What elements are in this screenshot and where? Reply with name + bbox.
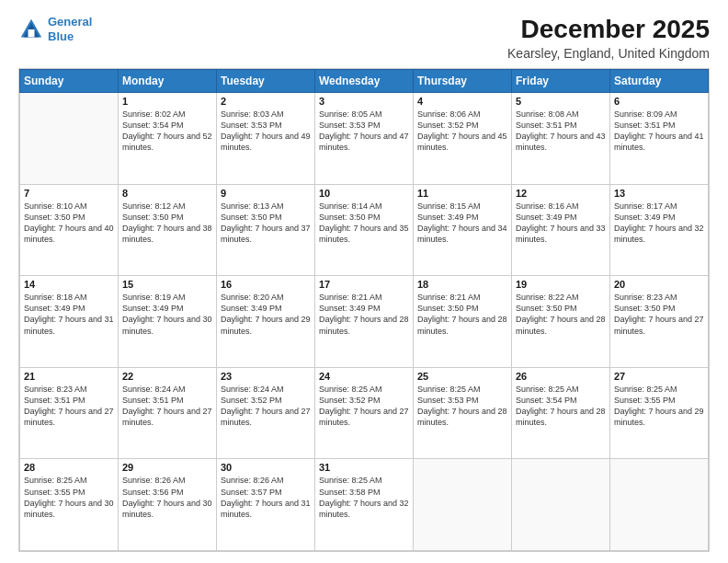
header-sunday: Sunday — [20, 70, 119, 93]
day-info: Sunrise: 8:26 AM Sunset: 3:57 PM Dayligh… — [221, 475, 311, 520]
calendar-cell — [512, 459, 610, 551]
calendar-cell: 7Sunrise: 8:10 AM Sunset: 3:50 PM Daylig… — [20, 184, 119, 276]
week-row-3: 21Sunrise: 8:23 AM Sunset: 3:51 PM Dayli… — [20, 367, 709, 459]
logo-line2: Blue — [48, 29, 74, 43]
calendar-cell: 11Sunrise: 8:15 AM Sunset: 3:49 PM Dayli… — [414, 184, 512, 276]
day-info: Sunrise: 8:25 AM Sunset: 3:52 PM Dayligh… — [319, 384, 409, 429]
day-number: 5 — [516, 96, 606, 107]
day-info: Sunrise: 8:22 AM Sunset: 3:50 PM Dayligh… — [516, 292, 606, 337]
day-number: 8 — [122, 188, 212, 199]
day-number: 7 — [24, 188, 114, 199]
day-info: Sunrise: 8:06 AM Sunset: 3:52 PM Dayligh… — [417, 109, 507, 154]
svg-rect-2 — [28, 29, 35, 37]
day-info: Sunrise: 8:03 AM Sunset: 3:53 PM Dayligh… — [221, 109, 311, 154]
day-number: 26 — [516, 371, 606, 382]
day-number: 11 — [417, 188, 507, 199]
page: General Blue December 2025 Kearsley, Eng… — [0, 0, 728, 563]
day-info: Sunrise: 8:23 AM Sunset: 3:50 PM Dayligh… — [614, 292, 704, 337]
day-info: Sunrise: 8:16 AM Sunset: 3:49 PM Dayligh… — [516, 201, 606, 246]
calendar-cell: 12Sunrise: 8:16 AM Sunset: 3:49 PM Dayli… — [512, 184, 610, 276]
calendar-cell: 5Sunrise: 8:08 AM Sunset: 3:51 PM Daylig… — [512, 93, 610, 185]
calendar-cell: 1Sunrise: 8:02 AM Sunset: 3:54 PM Daylig… — [119, 93, 217, 185]
main-title: December 2025 — [507, 15, 710, 44]
day-info: Sunrise: 8:09 AM Sunset: 3:51 PM Dayligh… — [614, 109, 704, 154]
calendar-cell: 17Sunrise: 8:21 AM Sunset: 3:49 PM Dayli… — [315, 276, 414, 368]
calendar-cell: 29Sunrise: 8:26 AM Sunset: 3:56 PM Dayli… — [119, 459, 217, 551]
subtitle: Kearsley, England, United Kingdom — [507, 46, 710, 61]
day-number: 15 — [122, 279, 212, 290]
header-tuesday: Tuesday — [217, 70, 315, 93]
calendar-cell: 25Sunrise: 8:25 AM Sunset: 3:53 PM Dayli… — [414, 367, 512, 459]
calendar-cell: 13Sunrise: 8:17 AM Sunset: 3:49 PM Dayli… — [610, 184, 709, 276]
day-number: 22 — [122, 371, 212, 382]
day-info: Sunrise: 8:15 AM Sunset: 3:49 PM Dayligh… — [417, 201, 507, 246]
day-number: 12 — [516, 188, 606, 199]
day-number: 29 — [122, 462, 212, 473]
header-thursday: Thursday — [414, 70, 512, 93]
calendar-cell: 19Sunrise: 8:22 AM Sunset: 3:50 PM Dayli… — [512, 276, 610, 368]
day-number: 23 — [221, 371, 311, 382]
logo-icon — [18, 17, 44, 42]
calendar-cell: 27Sunrise: 8:25 AM Sunset: 3:55 PM Dayli… — [610, 367, 709, 459]
week-row-0: 1Sunrise: 8:02 AM Sunset: 3:54 PM Daylig… — [20, 93, 709, 185]
calendar-cell: 23Sunrise: 8:24 AM Sunset: 3:52 PM Dayli… — [217, 367, 315, 459]
day-info: Sunrise: 8:26 AM Sunset: 3:56 PM Dayligh… — [122, 475, 212, 520]
day-info: Sunrise: 8:17 AM Sunset: 3:49 PM Dayligh… — [614, 201, 704, 246]
logo-text: General Blue — [48, 15, 92, 43]
day-info: Sunrise: 8:08 AM Sunset: 3:51 PM Dayligh… — [516, 109, 606, 154]
calendar-cell: 22Sunrise: 8:24 AM Sunset: 3:51 PM Dayli… — [119, 367, 217, 459]
day-number: 9 — [221, 188, 311, 199]
day-info: Sunrise: 8:20 AM Sunset: 3:49 PM Dayligh… — [221, 292, 311, 337]
day-number: 2 — [221, 96, 311, 107]
day-number: 20 — [614, 279, 704, 290]
day-info: Sunrise: 8:10 AM Sunset: 3:50 PM Dayligh… — [24, 201, 114, 246]
calendar-cell: 2Sunrise: 8:03 AM Sunset: 3:53 PM Daylig… — [217, 93, 315, 185]
header-wednesday: Wednesday — [315, 70, 414, 93]
header-friday: Friday — [512, 70, 610, 93]
calendar-cell: 21Sunrise: 8:23 AM Sunset: 3:51 PM Dayli… — [20, 367, 119, 459]
day-number: 18 — [417, 279, 507, 290]
header: General Blue December 2025 Kearsley, Eng… — [18, 15, 710, 61]
day-info: Sunrise: 8:21 AM Sunset: 3:49 PM Dayligh… — [319, 292, 409, 337]
calendar-cell — [20, 93, 119, 185]
day-number: 6 — [614, 96, 704, 107]
calendar-cell: 18Sunrise: 8:21 AM Sunset: 3:50 PM Dayli… — [414, 276, 512, 368]
day-info: Sunrise: 8:12 AM Sunset: 3:50 PM Dayligh… — [122, 201, 212, 246]
logo: General Blue — [18, 15, 92, 43]
calendar-table: Sunday Monday Tuesday Wednesday Thursday… — [19, 69, 709, 551]
calendar-cell: 20Sunrise: 8:23 AM Sunset: 3:50 PM Dayli… — [610, 276, 709, 368]
calendar-cell: 9Sunrise: 8:13 AM Sunset: 3:50 PM Daylig… — [217, 184, 315, 276]
day-info: Sunrise: 8:25 AM Sunset: 3:58 PM Dayligh… — [319, 475, 409, 520]
day-number: 17 — [319, 279, 409, 290]
day-number: 1 — [122, 96, 212, 107]
calendar-header: Sunday Monday Tuesday Wednesday Thursday… — [20, 70, 709, 93]
calendar-cell: 31Sunrise: 8:25 AM Sunset: 3:58 PM Dayli… — [315, 459, 414, 551]
day-number: 28 — [24, 462, 114, 473]
day-number: 10 — [319, 188, 409, 199]
calendar-cell — [610, 459, 709, 551]
week-row-2: 14Sunrise: 8:18 AM Sunset: 3:49 PM Dayli… — [20, 276, 709, 368]
day-number: 19 — [516, 279, 606, 290]
calendar-cell: 16Sunrise: 8:20 AM Sunset: 3:49 PM Dayli… — [217, 276, 315, 368]
day-number: 31 — [319, 462, 409, 473]
calendar-cell: 10Sunrise: 8:14 AM Sunset: 3:50 PM Dayli… — [315, 184, 414, 276]
calendar-cell: 3Sunrise: 8:05 AM Sunset: 3:53 PM Daylig… — [315, 93, 414, 185]
calendar: Sunday Monday Tuesday Wednesday Thursday… — [18, 68, 710, 552]
day-info: Sunrise: 8:02 AM Sunset: 3:54 PM Dayligh… — [122, 109, 212, 154]
day-info: Sunrise: 8:05 AM Sunset: 3:53 PM Dayligh… — [319, 109, 409, 154]
calendar-cell: 15Sunrise: 8:19 AM Sunset: 3:49 PM Dayli… — [119, 276, 217, 368]
header-monday: Monday — [119, 70, 217, 93]
day-info: Sunrise: 8:25 AM Sunset: 3:55 PM Dayligh… — [24, 475, 114, 520]
calendar-cell: 26Sunrise: 8:25 AM Sunset: 3:54 PM Dayli… — [512, 367, 610, 459]
day-number: 16 — [221, 279, 311, 290]
week-row-4: 28Sunrise: 8:25 AM Sunset: 3:55 PM Dayli… — [20, 459, 709, 551]
day-number: 24 — [319, 371, 409, 382]
calendar-cell: 28Sunrise: 8:25 AM Sunset: 3:55 PM Dayli… — [20, 459, 119, 551]
day-info: Sunrise: 8:14 AM Sunset: 3:50 PM Dayligh… — [319, 201, 409, 246]
day-number: 25 — [417, 371, 507, 382]
calendar-cell: 14Sunrise: 8:18 AM Sunset: 3:49 PM Dayli… — [20, 276, 119, 368]
day-number: 30 — [221, 462, 311, 473]
calendar-cell — [414, 459, 512, 551]
day-number: 27 — [614, 371, 704, 382]
day-info: Sunrise: 8:24 AM Sunset: 3:51 PM Dayligh… — [122, 384, 212, 429]
